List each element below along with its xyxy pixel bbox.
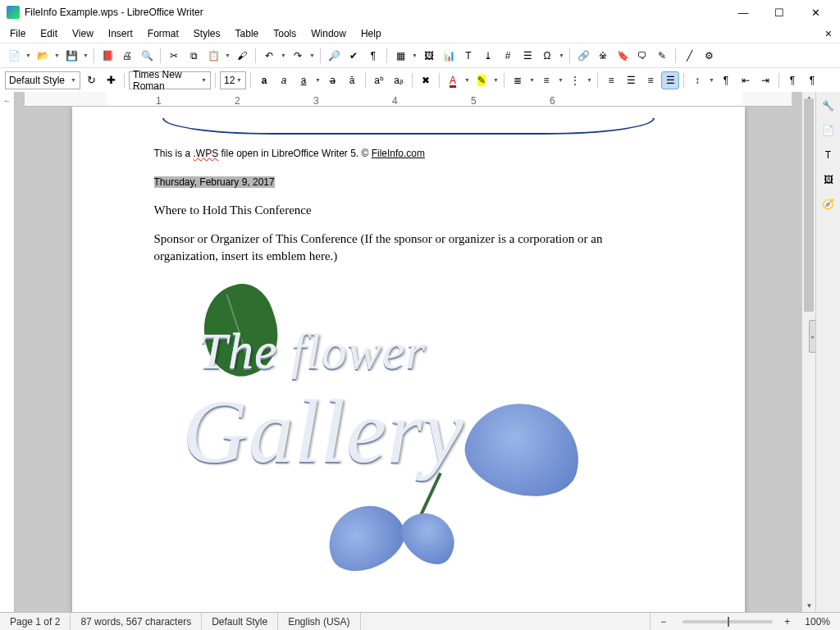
minimize-button[interactable]: — xyxy=(725,1,761,24)
font-name-combo[interactable]: Times New Roman▼ xyxy=(129,71,211,89)
dropdown-arrow-icon[interactable]: ▼ xyxy=(558,52,565,58)
dropdown-arrow-icon[interactable]: ▼ xyxy=(586,77,593,83)
dropdown-arrow-icon[interactable]: ▼ xyxy=(314,77,322,83)
vertical-ruler[interactable]: ⌙ xyxy=(0,92,15,612)
status-page[interactable]: Page 1 of 2 xyxy=(0,613,71,630)
align-left-button[interactable]: ≡ xyxy=(602,71,620,89)
dropdown-arrow-icon[interactable]: ▼ xyxy=(708,77,715,83)
embedded-logo-image[interactable]: The flower Gallery xyxy=(154,298,663,577)
align-right-button[interactable]: ≡ xyxy=(641,71,660,89)
outline-button[interactable]: ⋮ xyxy=(566,71,584,89)
status-language[interactable]: English (USA) xyxy=(278,613,360,630)
print-preview-button[interactable]: 🔍 xyxy=(138,47,156,65)
dropdown-arrow-icon[interactable]: ▼ xyxy=(492,77,500,83)
status-style[interactable]: Default Style xyxy=(202,613,278,630)
highlight-button[interactable]: ✎ xyxy=(472,71,491,89)
bookmark-button[interactable]: 🔖 xyxy=(614,47,632,65)
print-button[interactable]: 🖨 xyxy=(118,47,136,65)
zoom-out-button[interactable]: − xyxy=(651,613,676,630)
sidebar-styles-button[interactable]: T xyxy=(819,146,838,164)
bullets-button[interactable]: ≣ xyxy=(509,71,527,89)
pdf-button[interactable]: 📕 xyxy=(98,47,116,65)
underline-button[interactable]: a xyxy=(294,71,313,89)
dropdown-arrow-icon[interactable]: ▼ xyxy=(224,52,231,58)
menu-edit[interactable]: Edit xyxy=(34,26,64,41)
image-button[interactable]: 🖼 xyxy=(420,47,438,65)
justify-button[interactable]: ☰ xyxy=(661,71,679,89)
maximize-button[interactable]: ☐ xyxy=(761,1,797,24)
dropdown-arrow-icon[interactable]: ▼ xyxy=(557,77,564,83)
dropdown-arrow-icon[interactable]: ▼ xyxy=(308,52,316,58)
close-doc-icon[interactable]: × xyxy=(820,27,837,40)
font-color-button[interactable]: A xyxy=(444,71,462,89)
redo-button[interactable]: ↷ xyxy=(289,47,307,65)
close-button[interactable]: ✕ xyxy=(797,1,833,24)
para-spacing-button[interactable]: ¶ xyxy=(717,71,735,89)
sidebar-properties-button[interactable]: 🔧 xyxy=(819,97,838,115)
dropdown-arrow-icon[interactable]: ▼ xyxy=(411,52,418,58)
sidebar-page-button[interactable]: 📄 xyxy=(819,121,838,139)
cut-button[interactable]: ✂ xyxy=(165,47,183,65)
extension-button[interactable]: ⚙ xyxy=(700,47,718,65)
hyperlink-button[interactable]: 🔗 xyxy=(574,47,592,65)
subscript-button[interactable]: aᵦ xyxy=(390,71,408,89)
paste-button[interactable]: 📋 xyxy=(204,47,222,65)
dropdown-arrow-icon[interactable]: ▼ xyxy=(53,52,61,58)
horizontal-ruler[interactable]: 123456 xyxy=(25,92,792,107)
formatting-marks-button[interactable]: ¶ xyxy=(364,47,382,65)
dropdown-arrow-icon[interactable]: ▼ xyxy=(82,52,89,58)
bold-button[interactable]: a xyxy=(255,71,273,89)
textbox-button[interactable]: T xyxy=(459,47,477,65)
strike-button[interactable]: a̶ xyxy=(323,71,341,89)
menu-window[interactable]: Window xyxy=(304,26,353,41)
clear-fmt-button[interactable]: ✖ xyxy=(417,71,435,89)
paragraph-style-combo[interactable]: Default Style▼ xyxy=(5,71,80,89)
zoom-level[interactable]: 100% xyxy=(795,613,840,630)
indent-inc-button[interactable]: ⇥ xyxy=(756,71,774,89)
menu-format[interactable]: Format xyxy=(141,26,185,41)
special-char-button[interactable]: Ω xyxy=(538,47,556,65)
undo-button[interactable]: ↶ xyxy=(260,47,278,65)
menu-insert[interactable]: Insert xyxy=(102,26,139,41)
ltr-button[interactable]: ¶ xyxy=(783,71,801,89)
status-wordcount[interactable]: 87 words, 567 characters xyxy=(71,613,202,630)
document-page[interactable]: This is a .WPS file open in LibreOffice … xyxy=(72,107,745,612)
table-button[interactable]: ▦ xyxy=(391,47,409,65)
scrollbar-thumb[interactable] xyxy=(804,98,814,312)
zoom-in-button[interactable]: + xyxy=(779,613,795,630)
dropdown-arrow-icon[interactable]: ▼ xyxy=(25,52,32,58)
open-button[interactable]: 📂 xyxy=(34,47,52,65)
clone-fmt-button[interactable]: 🖌 xyxy=(233,47,251,65)
comment-button[interactable]: 🗨 xyxy=(633,47,651,65)
zoom-slider[interactable] xyxy=(682,620,773,623)
header-footer-button[interactable]: ☰ xyxy=(518,47,536,65)
save-button[interactable]: 💾 xyxy=(62,47,80,65)
dropdown-arrow-icon[interactable]: ▼ xyxy=(463,77,471,83)
numbering-button[interactable]: ≡ xyxy=(537,71,555,89)
track-changes-button[interactable]: ✎ xyxy=(653,47,671,65)
indent-dec-button[interactable]: ⇤ xyxy=(737,71,755,89)
scroll-down-arrow[interactable]: ▼ xyxy=(802,600,816,612)
page-break-button[interactable]: ⤓ xyxy=(479,47,497,65)
line-button[interactable]: ╱ xyxy=(680,47,698,65)
menu-tools[interactable]: Tools xyxy=(267,26,303,41)
dropdown-arrow-icon[interactable]: ▼ xyxy=(280,52,287,58)
dropdown-arrow-icon[interactable]: ▼ xyxy=(528,77,536,83)
italic-button[interactable]: a xyxy=(275,71,293,89)
spellcheck-button[interactable]: ✔ xyxy=(345,47,363,65)
sidebar-navigator-button[interactable]: 🧭 xyxy=(819,195,838,213)
find-button[interactable]: 🔎 xyxy=(325,47,343,65)
rtl-button[interactable]: ¶ xyxy=(803,71,821,89)
document-scroll[interactable]: This is a .WPS file open in LibreOffice … xyxy=(15,107,801,612)
menu-styles[interactable]: Styles xyxy=(187,26,227,41)
footnote-button[interactable]: ※ xyxy=(594,47,612,65)
chart-button[interactable]: 📊 xyxy=(440,47,458,65)
new-doc-button[interactable]: 📄 xyxy=(5,47,23,65)
line-spacing-button[interactable]: ↕ xyxy=(688,71,706,89)
update-style-button[interactable]: ↻ xyxy=(82,71,100,89)
overline-button[interactable]: ā xyxy=(343,71,361,89)
menu-table[interactable]: Table xyxy=(229,26,266,41)
copy-button[interactable]: ⧉ xyxy=(185,47,203,65)
align-center-button[interactable]: ☰ xyxy=(622,71,640,89)
sidebar-handle[interactable]: ▸ xyxy=(809,320,815,353)
